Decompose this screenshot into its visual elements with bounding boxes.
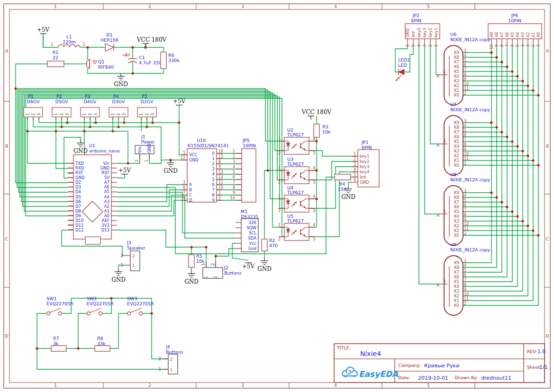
nixie-k-pin-number: 10 bbox=[464, 152, 469, 156]
nixie-k-pin-number: 8 bbox=[464, 143, 466, 147]
junction-dot bbox=[516, 75, 518, 77]
connector-j3[interactable] bbox=[130, 251, 140, 271]
resistor-r4[interactable] bbox=[335, 174, 351, 180]
jp1-pin-name: led bbox=[360, 175, 366, 179]
resistor-r1[interactable] bbox=[47, 61, 64, 67]
p-value: D5GV bbox=[55, 99, 68, 104]
jp6-pin-number: 7 bbox=[505, 45, 509, 47]
nixie-k-pin-name: K2 bbox=[454, 223, 459, 228]
u1-pin-name: 5V bbox=[104, 175, 109, 180]
led1-symbol bbox=[399, 69, 404, 75]
resistor-r7[interactable] bbox=[51, 346, 66, 351]
j4-pin-number: 1 bbox=[159, 367, 161, 372]
junction-dot bbox=[315, 197, 318, 200]
wire bbox=[149, 154, 161, 163]
nixie-k-pin-number: 4 bbox=[464, 194, 466, 198]
u1-pin-name: D10 bbox=[75, 218, 83, 223]
p-pin-number: 2 bbox=[60, 113, 64, 116]
wire bbox=[117, 192, 236, 233]
connector-jp5[interactable] bbox=[242, 149, 256, 202]
nixie-value: NIXIE_IN12A copy bbox=[450, 107, 490, 112]
u1-pin-name: RST bbox=[75, 170, 83, 175]
frame-col-label: 3 bbox=[241, 4, 244, 9]
j1-ref: J1 bbox=[141, 134, 145, 139]
p-ref: P1 bbox=[28, 94, 34, 99]
connector-j4[interactable] bbox=[168, 354, 178, 374]
drawn-by-label: Drawn By: bbox=[455, 375, 478, 380]
u1-pin-name: A2 bbox=[104, 204, 109, 209]
resistor-r5[interactable] bbox=[189, 255, 194, 267]
p-pin-number: 3 bbox=[94, 113, 98, 116]
opto-pin-number: 3 bbox=[313, 209, 315, 213]
junction-dot bbox=[127, 162, 129, 164]
frame-row-label: D bbox=[5, 334, 9, 339]
schematic-canvas[interactable]: 1122334455AABBCCDD+5VL1220m12D1HER106VCC… bbox=[0, 0, 554, 392]
wire bbox=[117, 174, 125, 178]
j3-pin-number: 1 bbox=[121, 263, 123, 267]
opto-pin-number: 2 bbox=[278, 180, 281, 185]
p-pin-number: 1 bbox=[139, 113, 144, 116]
nixie-u7[interactable] bbox=[444, 116, 463, 175]
u1-pin-name: D6 bbox=[75, 199, 81, 204]
frame-row-label: C bbox=[5, 237, 8, 241]
inductor-l1[interactable] bbox=[58, 45, 81, 47]
switch-sw1 bbox=[59, 312, 62, 315]
switch-sw2[interactable] bbox=[87, 312, 91, 315]
p-pin-number: 1 bbox=[82, 113, 87, 116]
nixie-u9[interactable] bbox=[444, 256, 463, 315]
u10-pin-name: A bbox=[189, 182, 192, 187]
frame-col-label: 1 bbox=[54, 4, 57, 9]
jp1-pin-number: 2 bbox=[354, 157, 356, 161]
resistor-r3[interactable] bbox=[314, 124, 319, 137]
resistor-r2[interactable] bbox=[262, 239, 267, 251]
r8-value: 33k bbox=[97, 341, 106, 346]
switch-sw3 bbox=[139, 312, 143, 315]
junction-dot bbox=[150, 312, 153, 314]
junction-dot bbox=[506, 65, 508, 68]
sw-ref: SW1 bbox=[46, 296, 56, 301]
u10-pin-number: 12 bbox=[181, 156, 185, 160]
nixie-k-pin-number: 7 bbox=[464, 138, 466, 142]
nixie-ref: U6 bbox=[450, 32, 456, 37]
opto-pin-number: 3 bbox=[313, 180, 315, 185]
nixie-k-pin-name: K8 bbox=[454, 125, 459, 130]
jp6-pin-number: 8 bbox=[500, 45, 504, 47]
sheet-title: Nixie4 bbox=[360, 350, 381, 357]
nixie-k-pin-number: 9 bbox=[464, 287, 466, 292]
diode-d1[interactable] bbox=[105, 44, 114, 51]
nixie-k-pin-name: K1 bbox=[454, 158, 459, 163]
nixie-u6[interactable] bbox=[444, 45, 463, 105]
jp1-pin-name: key1 bbox=[360, 154, 369, 159]
drawn-by-value: drednout11 bbox=[481, 375, 511, 381]
resistor-r6[interactable] bbox=[161, 52, 166, 69]
nixie-value: NIXIE_IN12A copy bbox=[450, 177, 490, 182]
switch-sw1[interactable] bbox=[47, 312, 50, 315]
u1-pin-name: REF bbox=[102, 218, 109, 223]
resistor-r8[interactable] bbox=[95, 346, 110, 351]
frame-col-label: 3 bbox=[241, 383, 244, 388]
nixie-k-pin-number: 5 bbox=[464, 58, 466, 62]
nixie-k-pin-name: K8 bbox=[454, 265, 459, 270]
nixie-k-pin-name: K9 bbox=[454, 260, 459, 265]
u10-pin-name: B bbox=[189, 187, 192, 192]
u1-pin-name: GND bbox=[100, 166, 110, 170]
jp6-ref: JP6 bbox=[511, 13, 518, 18]
nixie-k-pin-name: K3 bbox=[454, 289, 459, 294]
switch-sw3[interactable] bbox=[127, 312, 131, 315]
u10-pin-name: D bbox=[189, 198, 192, 203]
l1-pin-number: 2 bbox=[82, 43, 85, 47]
nixie-k-pin-number: 11 bbox=[464, 87, 469, 91]
u1-usb[interactable] bbox=[85, 237, 100, 244]
nixie-u8[interactable] bbox=[444, 186, 463, 245]
jp2-pin-name: key1 bbox=[434, 28, 438, 37]
nixie-k-pin-name: K9 bbox=[454, 50, 459, 55]
junction-dot bbox=[537, 94, 539, 96]
nixie-a-pin-number: 1 bbox=[444, 70, 446, 74]
u1-pin-name: GND bbox=[75, 175, 85, 180]
p-pin-number: 3 bbox=[151, 113, 155, 116]
u10-pin-number: 4 bbox=[183, 196, 185, 200]
jp5-ref: JP5 bbox=[242, 138, 250, 143]
nixie-k-pin-number: 8 bbox=[464, 72, 466, 77]
m1-pin-name: 32K bbox=[249, 220, 257, 225]
u10-pin-name: 2 bbox=[212, 161, 215, 166]
